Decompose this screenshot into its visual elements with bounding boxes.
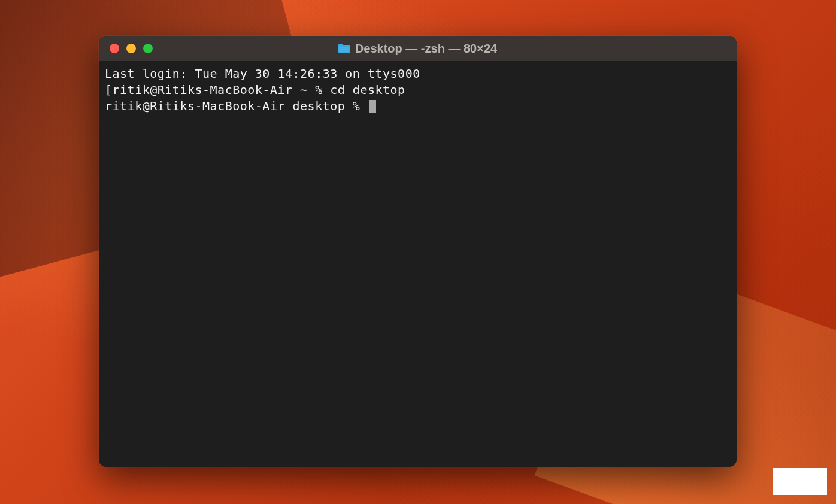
terminal-window: Desktop — -zsh — 80×24 Last login: Tue M…: [99, 36, 737, 467]
svg-rect-2: [339, 47, 349, 52]
terminal-prompt: ritik@Ritiks-MacBook-Air desktop %: [105, 99, 368, 113]
traffic-lights: [99, 44, 153, 53]
window-title: Desktop — -zsh — 80×24: [355, 42, 497, 56]
svg-rect-1: [338, 44, 343, 46]
title-container: Desktop — -zsh — 80×24: [99, 42, 737, 56]
watermark-block: [773, 468, 827, 495]
terminal-prompt-line: ritik@Ritiks-MacBook-Air desktop %: [105, 98, 731, 114]
terminal-line: Last login: Tue May 30 14:26:33 on ttys0…: [105, 66, 731, 82]
close-button[interactable]: [110, 44, 119, 53]
cursor-icon: [369, 100, 376, 113]
maximize-button[interactable]: [143, 44, 153, 53]
minimize-button[interactable]: [126, 44, 136, 53]
terminal-line: [ritik@Ritiks-MacBook-Air ~ % cd desktop: [105, 82, 731, 98]
window-titlebar[interactable]: Desktop — -zsh — 80×24: [99, 36, 737, 61]
folder-icon: [338, 44, 350, 53]
terminal-output[interactable]: Last login: Tue May 30 14:26:33 on ttys0…: [99, 61, 737, 467]
svg-rect-0: [338, 45, 350, 53]
